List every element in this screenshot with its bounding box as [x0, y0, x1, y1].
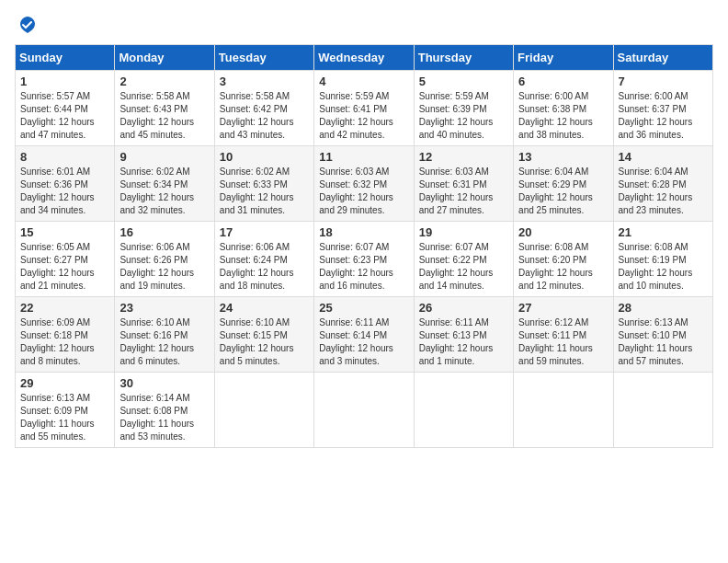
- day-info: Sunrise: 5:57 AMSunset: 6:44 PMDaylight:…: [20, 91, 95, 140]
- day-number: 28: [619, 301, 708, 315]
- day-number: 26: [419, 301, 508, 315]
- day-number: 30: [119, 376, 209, 390]
- day-info: Sunrise: 5:58 AMSunset: 6:43 PMDaylight:…: [119, 91, 194, 140]
- calendar-cell: 18 Sunrise: 6:07 AMSunset: 6:23 PMDaylig…: [314, 222, 414, 297]
- day-number: 9: [119, 150, 209, 164]
- day-number: 15: [20, 225, 109, 239]
- page-header: [15, 15, 713, 37]
- calendar-cell: 15 Sunrise: 6:05 AMSunset: 6:27 PMDaylig…: [16, 222, 115, 297]
- day-number: 2: [119, 75, 209, 88]
- day-number: 17: [220, 225, 309, 239]
- day-info: Sunrise: 5:58 AMSunset: 6:42 PMDaylight:…: [220, 91, 294, 140]
- calendar-cell: [214, 373, 313, 448]
- calendar-cell: 13 Sunrise: 6:04 AMSunset: 6:29 PMDaylig…: [514, 146, 613, 222]
- weekday-header: Friday: [514, 45, 613, 71]
- day-info: Sunrise: 6:11 AMSunset: 6:13 PMDaylight:…: [419, 317, 494, 366]
- day-number: 21: [619, 225, 708, 239]
- day-number: 8: [20, 150, 109, 164]
- day-info: Sunrise: 6:14 AMSunset: 6:08 PMDaylight:…: [119, 393, 194, 442]
- day-info: Sunrise: 6:08 AMSunset: 6:20 PMDaylight:…: [518, 242, 593, 291]
- day-info: Sunrise: 6:04 AMSunset: 6:29 PMDaylight:…: [518, 167, 593, 215]
- calendar-table: SundayMondayTuesdayWednesdayThursdayFrid…: [15, 44, 713, 448]
- calendar-cell: 16 Sunrise: 6:06 AMSunset: 6:26 PMDaylig…: [115, 222, 214, 297]
- day-number: 10: [220, 150, 309, 164]
- calendar-cell: 12 Sunrise: 6:03 AMSunset: 6:31 PMDaylig…: [414, 146, 513, 222]
- day-number: 23: [119, 301, 209, 315]
- day-info: Sunrise: 6:11 AMSunset: 6:14 PMDaylight:…: [319, 317, 393, 366]
- day-info: Sunrise: 6:10 AMSunset: 6:15 PMDaylight:…: [220, 317, 294, 366]
- calendar-week-row: 15 Sunrise: 6:05 AMSunset: 6:27 PMDaylig…: [16, 222, 713, 297]
- calendar-cell: 23 Sunrise: 6:10 AMSunset: 6:16 PMDaylig…: [115, 297, 214, 373]
- calendar-cell: 24 Sunrise: 6:10 AMSunset: 6:15 PMDaylig…: [214, 297, 313, 373]
- day-info: Sunrise: 6:13 AMSunset: 6:10 PMDaylight:…: [619, 317, 693, 366]
- day-number: 25: [319, 301, 408, 315]
- day-number: 12: [419, 150, 508, 164]
- weekday-header-row: SundayMondayTuesdayWednesdayThursdayFrid…: [16, 45, 713, 71]
- day-info: Sunrise: 6:00 AMSunset: 6:37 PMDaylight:…: [619, 91, 693, 140]
- day-number: 16: [119, 225, 209, 239]
- calendar-cell: 3 Sunrise: 5:58 AMSunset: 6:42 PMDayligh…: [214, 71, 313, 146]
- calendar-week-row: 8 Sunrise: 6:01 AMSunset: 6:36 PMDayligh…: [16, 146, 713, 222]
- day-number: 18: [319, 225, 408, 239]
- day-number: 1: [20, 75, 109, 88]
- day-info: Sunrise: 6:01 AMSunset: 6:36 PMDaylight:…: [20, 167, 95, 215]
- day-number: 7: [619, 75, 708, 88]
- calendar-cell: 17 Sunrise: 6:06 AMSunset: 6:24 PMDaylig…: [214, 222, 313, 297]
- calendar-cell: 28 Sunrise: 6:13 AMSunset: 6:10 PMDaylig…: [613, 297, 712, 373]
- calendar-cell: 6 Sunrise: 6:00 AMSunset: 6:38 PMDayligh…: [514, 71, 613, 146]
- day-number: 29: [20, 376, 109, 390]
- day-info: Sunrise: 5:59 AMSunset: 6:41 PMDaylight:…: [319, 91, 393, 140]
- day-number: 6: [518, 75, 608, 88]
- day-number: 19: [419, 225, 508, 239]
- day-number: 24: [220, 301, 309, 315]
- day-number: 22: [20, 301, 109, 315]
- calendar-cell: 22 Sunrise: 6:09 AMSunset: 6:18 PMDaylig…: [16, 297, 115, 373]
- day-number: 5: [419, 75, 508, 88]
- logo: [15, 15, 39, 37]
- weekday-header: Saturday: [613, 45, 712, 71]
- day-info: Sunrise: 6:03 AMSunset: 6:32 PMDaylight:…: [319, 167, 393, 215]
- day-info: Sunrise: 6:12 AMSunset: 6:11 PMDaylight:…: [518, 317, 593, 366]
- day-info: Sunrise: 5:59 AMSunset: 6:39 PMDaylight:…: [419, 91, 494, 140]
- calendar-cell: [314, 373, 414, 448]
- day-info: Sunrise: 6:10 AMSunset: 6:16 PMDaylight:…: [119, 317, 194, 366]
- weekday-header: Tuesday: [214, 45, 313, 71]
- day-info: Sunrise: 6:03 AMSunset: 6:31 PMDaylight:…: [419, 167, 494, 215]
- calendar-cell: 10 Sunrise: 6:02 AMSunset: 6:33 PMDaylig…: [214, 146, 313, 222]
- calendar-cell: 25 Sunrise: 6:11 AMSunset: 6:14 PMDaylig…: [314, 297, 414, 373]
- calendar-cell: 26 Sunrise: 6:11 AMSunset: 6:13 PMDaylig…: [414, 297, 513, 373]
- calendar-week-row: 1 Sunrise: 5:57 AMSunset: 6:44 PMDayligh…: [16, 71, 713, 146]
- day-number: 3: [220, 75, 309, 88]
- calendar-cell: 19 Sunrise: 6:07 AMSunset: 6:22 PMDaylig…: [414, 222, 513, 297]
- calendar-cell: 4 Sunrise: 5:59 AMSunset: 6:41 PMDayligh…: [314, 71, 414, 146]
- day-number: 11: [319, 150, 408, 164]
- day-number: 13: [518, 150, 608, 164]
- calendar-cell: 2 Sunrise: 5:58 AMSunset: 6:43 PMDayligh…: [115, 71, 214, 146]
- day-info: Sunrise: 6:06 AMSunset: 6:24 PMDaylight:…: [220, 242, 294, 291]
- calendar-cell: 20 Sunrise: 6:08 AMSunset: 6:20 PMDaylig…: [514, 222, 613, 297]
- calendar-cell: [514, 373, 613, 448]
- calendar-cell: 29 Sunrise: 6:13 AMSunset: 6:09 PMDaylig…: [16, 373, 115, 448]
- calendar-cell: [613, 373, 712, 448]
- day-info: Sunrise: 6:13 AMSunset: 6:09 PMDaylight:…: [20, 393, 95, 442]
- day-info: Sunrise: 6:09 AMSunset: 6:18 PMDaylight:…: [20, 317, 95, 366]
- calendar-cell: 7 Sunrise: 6:00 AMSunset: 6:37 PMDayligh…: [613, 71, 712, 146]
- calendar-cell: 11 Sunrise: 6:03 AMSunset: 6:32 PMDaylig…: [314, 146, 414, 222]
- day-number: 20: [518, 225, 608, 239]
- day-number: 14: [619, 150, 708, 164]
- calendar-week-row: 29 Sunrise: 6:13 AMSunset: 6:09 PMDaylig…: [16, 373, 713, 448]
- calendar-week-row: 22 Sunrise: 6:09 AMSunset: 6:18 PMDaylig…: [16, 297, 713, 373]
- day-info: Sunrise: 6:02 AMSunset: 6:34 PMDaylight:…: [119, 167, 194, 215]
- day-info: Sunrise: 6:00 AMSunset: 6:38 PMDaylight:…: [518, 91, 593, 140]
- day-info: Sunrise: 6:04 AMSunset: 6:28 PMDaylight:…: [619, 167, 693, 215]
- weekday-header: Monday: [115, 45, 214, 71]
- day-info: Sunrise: 6:02 AMSunset: 6:33 PMDaylight:…: [220, 167, 294, 215]
- weekday-header: Thursday: [414, 45, 513, 71]
- day-info: Sunrise: 6:08 AMSunset: 6:19 PMDaylight:…: [619, 242, 693, 291]
- calendar-cell: 21 Sunrise: 6:08 AMSunset: 6:19 PMDaylig…: [613, 222, 712, 297]
- logo-icon: [17, 15, 39, 37]
- day-number: 4: [319, 75, 408, 88]
- day-info: Sunrise: 6:07 AMSunset: 6:22 PMDaylight:…: [419, 242, 494, 291]
- calendar-cell: 14 Sunrise: 6:04 AMSunset: 6:28 PMDaylig…: [613, 146, 712, 222]
- day-info: Sunrise: 6:05 AMSunset: 6:27 PMDaylight:…: [20, 242, 95, 291]
